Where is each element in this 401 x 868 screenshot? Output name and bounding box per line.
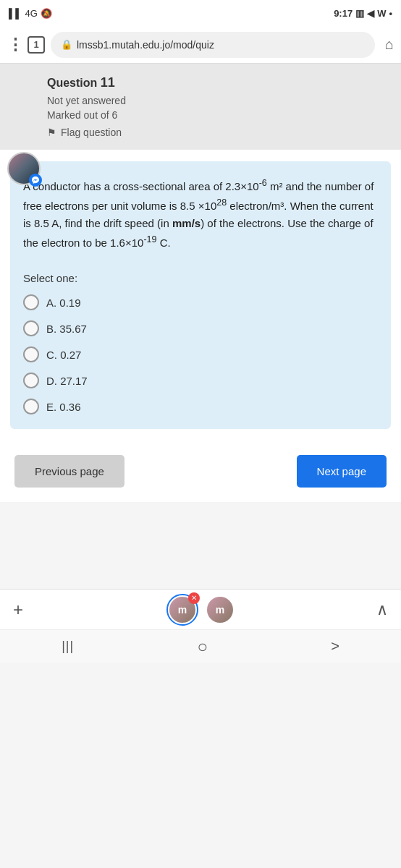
home-button[interactable]: ⌂ (385, 36, 394, 53)
status-bar: ▌▌ 4G 🔕 • W ◀ ▥ 9:17 (0, 0, 401, 26)
lock-icon: 🔒 (61, 39, 72, 50)
battery-icon: ▥ (355, 8, 364, 19)
flag-question-label: Flag question (61, 127, 122, 138)
option-a-label: A. 0.19 (46, 297, 81, 309)
question-status: Not yet answered (47, 95, 387, 106)
mute-icon: 🔕 (41, 8, 52, 19)
select-one-label: Select one: (23, 272, 378, 284)
radio-c-inner (28, 351, 35, 358)
system-nav-bar: ||| ○ > (0, 629, 401, 663)
question-marked: Marked out of 6 (47, 109, 387, 121)
radio-e[interactable] (23, 399, 39, 414)
radio-b[interactable] (23, 320, 39, 336)
option-e-label: E. 0.36 (46, 401, 81, 413)
radio-b-inner (28, 325, 35, 332)
radio-d-inner (28, 377, 35, 384)
option-b[interactable]: B. 35.67 (23, 320, 378, 336)
radio-e-inner (28, 403, 35, 410)
time-display: 9:17 (334, 8, 353, 19)
add-button[interactable]: + (13, 600, 23, 620)
status-right: • W ◀ ▥ 9:17 (334, 8, 392, 19)
option-c[interactable]: C. 0.27 (23, 346, 378, 362)
home-sys-button[interactable]: ○ (197, 637, 208, 657)
bullet: • (389, 8, 392, 19)
flag-question-button[interactable]: ⚑ Flag question (47, 127, 387, 138)
question-header: Question 11 Not yet answered Marked out … (0, 64, 401, 150)
question-number: Question 11 (47, 75, 387, 90)
4g-label: 4G (25, 8, 37, 19)
nav-buttons: Previous page Next page (0, 441, 401, 495)
tab-count-label: 1 (33, 39, 38, 50)
next-page-button[interactable]: Next page (297, 455, 387, 488)
options-list: A. 0.19 B. 35.67 C. 0.27 D. 27.17 (23, 294, 378, 414)
radio-a[interactable] (23, 294, 39, 310)
option-c-label: C. 0.27 (46, 349, 81, 361)
question-label: Question (47, 77, 97, 89)
question-text: A conductor has a cross-sectional area o… (23, 176, 378, 252)
flag-icon: ⚑ (47, 127, 56, 138)
page-content: Question 11 Not yet answered Marked out … (0, 64, 401, 502)
option-d[interactable]: D. 27.17 (23, 373, 378, 388)
option-b-label: B. 35.67 (46, 323, 87, 335)
back-button[interactable]: > (331, 638, 339, 655)
bottom-center-avatars: m ✕ m (166, 594, 233, 626)
menu-button[interactable]: ||| (62, 639, 74, 654)
chevron-up-button[interactable]: ∧ (376, 600, 388, 619)
secondary-avatar[interactable]: m (207, 597, 233, 623)
question-body: A conductor has a cross-sectional area o… (10, 161, 391, 429)
avatar-wrap (7, 152, 41, 185)
status-left: ▌▌ 4G 🔕 (9, 8, 52, 19)
wifi-icon: W (377, 8, 386, 19)
option-e[interactable]: E. 0.36 (23, 399, 378, 414)
radio-d[interactable] (23, 373, 39, 388)
close-badge: ✕ (188, 592, 200, 604)
url-text: lmssb1.mutah.edu.jo/mod/quiz (77, 39, 214, 51)
radio-a-inner (28, 299, 35, 306)
messenger-badge (29, 174, 42, 187)
url-bar[interactable]: 🔒 lmssb1.mutah.edu.jo/mod/quiz (51, 32, 375, 58)
browser-bar: ⋮ 1 🔒 lmssb1.mutah.edu.jo/mod/quiz ⌂ (0, 26, 401, 64)
previous-page-button[interactable]: Previous page (14, 455, 124, 488)
option-d-label: D. 27.17 (46, 375, 88, 387)
radio-c[interactable] (23, 346, 39, 362)
question-number-value: 11 (101, 75, 115, 90)
bottom-app-bar: + m ✕ m ∧ (0, 589, 401, 629)
tab-count-badge[interactable]: 1 (28, 36, 45, 54)
signal-icon: ▌▌ (9, 8, 22, 19)
active-avatar-text: m (178, 604, 187, 616)
active-avatar-ring[interactable]: m ✕ (166, 594, 198, 626)
secondary-avatar-text: m (216, 604, 224, 616)
location-icon: ◀ (367, 8, 374, 19)
browser-menu-button[interactable]: ⋮ (7, 35, 22, 54)
option-a[interactable]: A. 0.19 (23, 294, 378, 310)
